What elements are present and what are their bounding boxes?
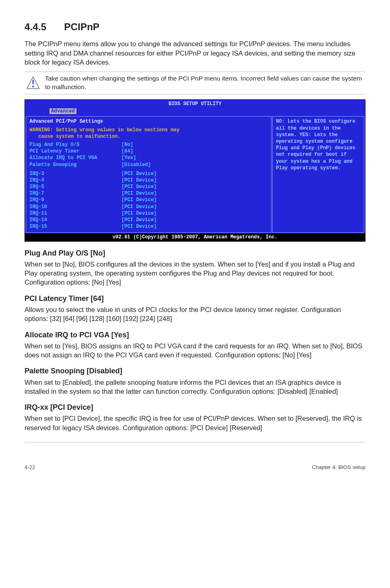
bios-tab-advanced: Advanced — [49, 108, 76, 114]
bios-irq-row: IRQ-7[PCI Device] — [29, 190, 268, 197]
bios-setting-value: [Disabled] — [121, 162, 151, 168]
item-heading: PCI Latency Timer [64] — [25, 294, 365, 303]
item-heading: IRQ-xx [PCI Device] — [25, 402, 365, 412]
bios-setting-key: Plug And Play O/S — [29, 141, 121, 148]
bios-irq-key: IRQ-5 — [29, 184, 121, 190]
bios-irq-row: IRQ-9[PCI Device] — [29, 197, 268, 203]
bios-irq-row: IRQ-15[PCI Device] — [29, 223, 268, 230]
bios-irq-key: IRQ-10 — [29, 204, 121, 210]
bios-irq-row: IRQ-14[PCI Device] — [29, 217, 268, 223]
bios-irq-value: [PCI Device] — [121, 184, 157, 190]
bios-setting-row: Palette Snooping[Disabled] — [29, 162, 268, 168]
bios-warning: WARNING: Setting wrong values in below s… — [29, 127, 268, 140]
bios-setting-row: Plug And Play O/S[No] — [29, 141, 268, 148]
bios-help-panel: NO: Lets the BIOS configure all the devi… — [272, 116, 364, 233]
bios-setting-value: [No] — [121, 141, 133, 148]
section-number: 4.4.5 — [25, 20, 61, 34]
bios-irq-value: [PCI Device] — [121, 204, 157, 210]
item-body: When set to [Yes], BIOS assigns an IRQ t… — [25, 341, 365, 360]
svg-point-2 — [32, 85, 34, 87]
bios-panel: BIOS SETUP UTILITY Advanced Advanced PCI… — [25, 99, 365, 242]
bios-irq-row: IRQ-10[PCI Device] — [29, 204, 268, 210]
svg-rect-1 — [32, 80, 34, 85]
bios-irq-value: [PCI Device] — [121, 190, 157, 197]
bios-footer: v02.61 (C)Copyright 1985-2007, American … — [25, 233, 365, 241]
bios-irq-key: IRQ-11 — [29, 210, 121, 217]
bios-irq-key: IRQ-3 — [29, 171, 121, 177]
bios-title: BIOS SETUP UTILITY — [25, 100, 365, 108]
bios-irq-value: [PCI Device] — [121, 197, 157, 203]
page-number: 4-22 — [25, 464, 35, 471]
bios-irq-row: IRQ-11[PCI Device] — [29, 210, 268, 217]
bios-irq-value: [PCI Device] — [121, 210, 157, 217]
item-body: When set to [Enabled], the pallete snoop… — [25, 378, 365, 396]
bios-irq-row: IRQ-3[PCI Device] — [29, 171, 268, 177]
caution-box: Take caution when changing the settings … — [25, 72, 365, 94]
page-footer: 4-22 Chapter 4: BIOS setup — [25, 452, 365, 471]
bios-irq-value: [PCI Device] — [121, 171, 157, 177]
item-heading: Plug And Play O/S [No] — [25, 248, 365, 258]
caution-text: Take caution when changing the settings … — [45, 74, 365, 92]
bios-setting-value: [64] — [121, 148, 133, 155]
bios-irq-key: IRQ-15 — [29, 223, 121, 230]
caution-icon — [26, 76, 40, 90]
bios-irq-key: IRQ-4 — [29, 177, 121, 184]
bios-setting-key: Allocate IRQ to PCI VGA — [29, 155, 121, 161]
bios-tabs: Advanced — [25, 108, 365, 115]
section-title: PCIPnP — [64, 21, 100, 32]
item-body: When set to [PCI Device], the specific I… — [25, 414, 365, 432]
bios-setting-row: Allocate IRQ to PCI VGA[Yes] — [29, 155, 268, 161]
bios-setting-key: Palette Snooping — [29, 162, 121, 168]
bios-left-panel: Advanced PCI/PnP Settings WARNING: Setti… — [26, 116, 271, 233]
bios-irq-key: IRQ-14 — [29, 217, 121, 223]
item-body: When set to [No], BIOS configures all th… — [25, 260, 365, 287]
bios-irq-row: IRQ-5[PCI Device] — [29, 184, 268, 190]
bios-irq-key: IRQ-9 — [29, 197, 121, 203]
bios-irq-value: [PCI Device] — [121, 223, 157, 230]
item-heading: Allocate IRQ to PCI VGA [Yes] — [25, 330, 365, 340]
bios-setting-row: PCI Latency Timer[64] — [29, 148, 268, 155]
bios-irq-value: [PCI Device] — [121, 177, 157, 184]
bios-setting-key: PCI Latency Timer — [29, 148, 121, 155]
bios-irq-row: IRQ-4[PCI Device] — [29, 177, 268, 184]
page-chapter: Chapter 4: BIOS setup — [312, 464, 365, 471]
item-body: Allows you to select the value in units … — [25, 305, 365, 323]
section-intro: The PCIPnP menu items allow you to chang… — [25, 39, 365, 67]
bios-irq-key: IRQ-7 — [29, 190, 121, 197]
bios-irq-value: [PCI Device] — [121, 217, 157, 223]
section-heading: 4.4.5 PCIPnP — [25, 20, 365, 34]
bios-help-text: NO: Lets the BIOS configure all the devi… — [276, 118, 361, 171]
bios-setting-value: [Yes] — [121, 155, 136, 161]
item-heading: Palette Snooping [Disabled] — [25, 366, 365, 376]
bios-left-heading: Advanced PCI/PnP Settings — [29, 118, 268, 125]
